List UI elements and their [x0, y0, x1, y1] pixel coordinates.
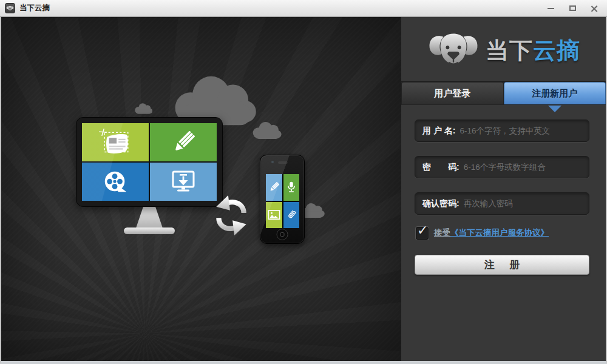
maximize-icon [569, 5, 576, 11]
terms-checkbox[interactable]: ✓ [416, 227, 429, 240]
phone-tile-voice [283, 174, 300, 201]
phone-tile-attach [283, 202, 300, 229]
pencil-icon [169, 129, 197, 157]
photo-icon [267, 209, 281, 221]
close-icon [591, 5, 598, 12]
register-button[interactable]: 注 册 [415, 255, 589, 275]
tile-video [82, 163, 149, 201]
phone-speaker [278, 161, 288, 164]
microphone-icon [285, 181, 298, 194]
logo: 当下云摘 [401, 30, 606, 70]
smartphone [260, 155, 305, 244]
tab-login[interactable]: 用户登录 [401, 82, 504, 104]
password-input[interactable] [464, 163, 582, 172]
window-controls [543, 2, 602, 15]
tab-register[interactable]: 注册新用户 [504, 82, 606, 104]
phone-tile-photo [266, 202, 282, 229]
agreement-row: ✓ 接受《当下云摘用户服务协议》 [416, 226, 549, 240]
sync-arrows-icon [211, 194, 251, 237]
close-button[interactable] [586, 2, 602, 15]
monitor-stand-base [124, 228, 175, 234]
confirm-password-field[interactable]: 确认密码: [415, 192, 589, 215]
monitor-screen [82, 123, 217, 201]
phone-screen [266, 174, 299, 228]
paperclip-icon [285, 208, 298, 221]
auth-panel: 当下云摘 用户登录 注册新用户 用 户 名: 密 码: 确认密码: [401, 17, 606, 361]
logo-text-blue: 云摘 [533, 38, 580, 63]
phone-home-button [277, 229, 288, 240]
app-window: 当下云摘 [0, 0, 607, 364]
cloud-small-left [134, 102, 153, 115]
agreement-prefix: 接受 [434, 228, 450, 237]
checkmark-icon: ✓ [417, 223, 428, 238]
password-field[interactable]: 密 码: [415, 156, 589, 178]
logo-text-gray: 当下 [486, 38, 533, 63]
confirm-password-input[interactable] [464, 199, 582, 208]
agreement-text: 接受《当下云摘用户服务协议》 [434, 228, 549, 238]
window-title: 当下云摘 [19, 3, 50, 13]
app-dog-icon [5, 3, 15, 13]
terms-link[interactable]: 《当下云摘用户服务协议》 [450, 228, 549, 237]
username-input[interactable] [459, 126, 582, 135]
auth-tabs: 用户登录 注册新用户 [401, 81, 606, 105]
film-reel-icon [101, 168, 129, 196]
desktop-monitor [76, 117, 223, 207]
maximize-button[interactable] [565, 2, 580, 15]
pencil-icon [268, 181, 280, 194]
tile-clipping [82, 123, 149, 161]
username-field[interactable]: 用 户 名: [415, 120, 589, 142]
tile-edit [150, 123, 217, 161]
monitor-stand-neck [136, 207, 163, 228]
dog-logo-icon [427, 32, 480, 70]
logo-text: 当下云摘 [486, 35, 580, 66]
title-bar: 当下云摘 [0, 0, 607, 17]
clipping-document-icon [99, 129, 132, 157]
illustration-canvas [1, 17, 401, 361]
phone-tile-edit [266, 174, 282, 201]
minimize-icon [548, 8, 554, 9]
phone-camera-dot [271, 161, 274, 163]
screen-download-icon [169, 169, 198, 195]
confirm-password-label: 确认密码: [422, 198, 459, 209]
cloud-medium [251, 119, 282, 142]
password-label: 密 码: [422, 162, 459, 173]
tile-download [150, 163, 217, 201]
minimize-button[interactable] [543, 2, 558, 15]
username-label: 用 户 名: [422, 126, 455, 136]
